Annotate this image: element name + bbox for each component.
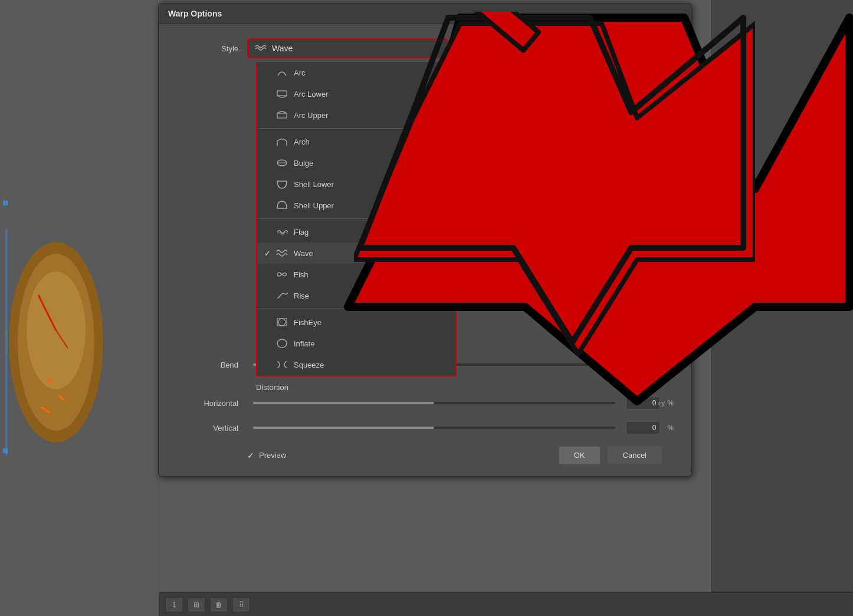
dropdown-label-flag: Flag xyxy=(294,228,309,237)
arc-lower-icon xyxy=(275,88,289,100)
button-group: OK Cancel xyxy=(559,446,662,464)
selection-handle xyxy=(3,201,8,205)
dropdown-label-fisheye: FishEye xyxy=(294,318,321,327)
inflate-icon xyxy=(275,338,289,349)
cy-label: cy xyxy=(658,399,665,407)
toolbar-btn-3[interactable]: 🗑 xyxy=(210,597,228,612)
vertical-label: Vertical xyxy=(176,424,247,432)
flag-icon xyxy=(275,226,289,238)
style-dropdown[interactable]: Wave xyxy=(247,38,448,58)
dropdown-label-squeeze: Squeeze xyxy=(294,361,324,369)
horizontal-slider-fill xyxy=(253,402,434,404)
dropdown-label-bulge: Bulge xyxy=(294,159,313,168)
dropdown-item-flag[interactable]: Flag xyxy=(257,221,455,243)
right-panel xyxy=(711,0,853,616)
preview-label: Preview xyxy=(259,451,286,460)
squeeze-icon xyxy=(275,359,289,371)
dropdown-label-shell-lower: Shell Lower xyxy=(294,180,334,189)
dropdown-item-rise[interactable]: Rise xyxy=(257,285,455,306)
bottom-toolbar: 1 ⊞ 🗑 ⠿ xyxy=(159,592,853,616)
svg-point-15 xyxy=(277,339,287,348)
fish-icon xyxy=(275,268,289,280)
preview-checkmark: ✓ xyxy=(247,451,254,460)
bend-label: Bend xyxy=(176,361,247,369)
horizontal-value-input[interactable] xyxy=(626,397,660,409)
dropdown-item-fish[interactable]: Fish xyxy=(257,264,455,285)
dropdown-item-shell-upper[interactable]: Shell Upper xyxy=(257,195,455,216)
vertical-slider[interactable] xyxy=(253,427,615,429)
wave-icon xyxy=(254,43,267,54)
arch-icon xyxy=(275,136,289,148)
canvas-area xyxy=(0,0,159,616)
bottom-row: ✓ Preview OK Cancel xyxy=(176,446,674,464)
dropdown-item-arch[interactable]: Arch xyxy=(257,131,455,152)
vertical-row: Vertical % xyxy=(176,421,674,434)
shell-upper-icon xyxy=(275,199,289,211)
dropdown-item-inflate[interactable]: Inflate xyxy=(257,333,455,354)
dropdown-label-arch: Arch xyxy=(294,137,310,146)
svg-point-14 xyxy=(278,319,286,326)
dropdown-label-inflate: Inflate xyxy=(294,339,314,348)
style-section: Style Wave xyxy=(176,38,674,58)
bend-value-input[interactable] xyxy=(626,358,660,371)
dropdown-label-rise: Rise xyxy=(294,291,309,300)
arc-upper-icon xyxy=(275,109,289,121)
dropdown-item-arc[interactable]: Arc xyxy=(257,62,455,83)
dropdown-item-arc-lower[interactable]: Arc Lower xyxy=(257,83,455,104)
horizontal-label: Horizontal xyxy=(176,399,247,408)
wave-item-icon xyxy=(275,247,289,259)
selection-handle xyxy=(3,448,8,453)
dropdown-item-bulge[interactable]: Bulge xyxy=(257,152,455,173)
style-dropdown-menu[interactable]: Arc Arc Lower xyxy=(256,62,457,376)
dropdown-label-arc-lower: Arc Lower xyxy=(294,90,329,99)
vertical-slider-fill xyxy=(253,427,434,429)
separator-1 xyxy=(257,128,455,129)
vertical-value-input[interactable] xyxy=(626,421,660,434)
separator-2 xyxy=(257,218,455,219)
bulge-icon xyxy=(275,157,289,169)
artwork-illustration xyxy=(3,201,150,484)
dropdown-item-shell-lower[interactable]: Shell Lower xyxy=(257,173,455,195)
dropdown-label-shell-upper: Shell Upper xyxy=(294,201,334,210)
dropdown-label-arc-upper: Arc Upper xyxy=(294,111,329,120)
toolbar-btn-2[interactable]: ⊞ xyxy=(188,597,205,612)
rise-icon xyxy=(275,290,289,302)
warp-options-dialog: Warp Options Style Wave xyxy=(158,3,692,477)
dropdown-label-wave: Wave xyxy=(294,249,313,258)
cancel-button[interactable]: Cancel xyxy=(608,446,662,464)
horizontal-slider[interactable] xyxy=(253,402,615,404)
dropdown-arrow-icon xyxy=(435,47,441,50)
arc-icon xyxy=(275,67,289,78)
ok-button[interactable]: OK xyxy=(559,446,601,464)
dropdown-label-fish: Fish xyxy=(294,270,309,279)
dropdown-item-arc-upper[interactable]: Arc Upper xyxy=(257,104,455,126)
style-label: Style xyxy=(176,44,247,53)
selected-style-label: Wave xyxy=(272,44,430,53)
horizontal-row: Horizontal % cy xyxy=(176,397,674,409)
svg-rect-10 xyxy=(277,113,287,118)
shell-lower-icon xyxy=(275,178,289,190)
dialog-body: Style Wave xyxy=(159,24,691,476)
toolbar-btn-4[interactable]: ⠿ xyxy=(232,597,250,612)
style-row: Style Wave xyxy=(176,38,674,58)
wave-check: ✓ xyxy=(264,249,275,258)
dropdown-item-fisheye[interactable]: FishEye xyxy=(257,312,455,333)
fisheye-icon xyxy=(275,316,289,328)
toolbar-btn-1[interactable]: 1 xyxy=(165,597,183,612)
dialog-title: Warp Options xyxy=(168,9,222,18)
dropdown-item-squeeze[interactable]: Squeeze xyxy=(257,354,455,375)
svg-rect-9 xyxy=(277,91,287,96)
separator-3 xyxy=(257,309,455,309)
preview-checkbox-row[interactable]: ✓ Preview xyxy=(247,451,286,460)
dropdown-item-wave[interactable]: ✓ Wave xyxy=(257,243,455,264)
svg-rect-8 xyxy=(6,230,7,454)
dropdown-label-arc: Arc xyxy=(294,68,306,77)
dialog-titlebar: Warp Options xyxy=(159,4,691,24)
distortion-section-label: Distortion xyxy=(256,383,674,392)
